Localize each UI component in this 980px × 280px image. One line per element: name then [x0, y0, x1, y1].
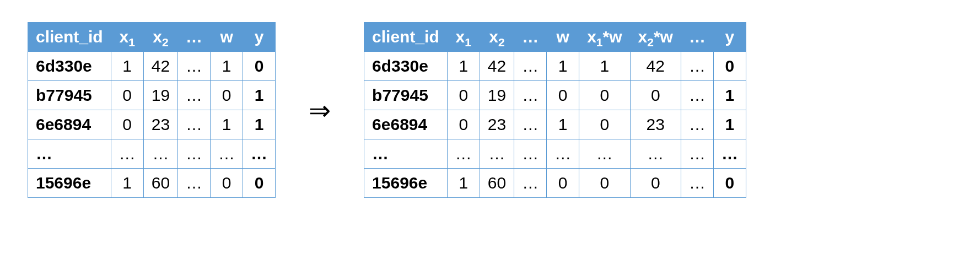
cell-x1w: 1	[579, 52, 630, 81]
input-table: client_id x1 x2 … w y 6d330e 1 42 … 1 0 …	[28, 22, 276, 198]
cell-x2: 23	[143, 110, 177, 139]
col-x2w: x2*w	[630, 23, 681, 52]
cell-dots: …	[681, 139, 713, 169]
cell-dots: …	[514, 110, 547, 139]
cell-client-id: 6e6894	[364, 110, 448, 139]
col-x1-sub: 1	[128, 36, 135, 49]
cell-x2: 42	[143, 52, 177, 81]
cell-x1: 1	[447, 52, 480, 81]
col-x2-sub: 2	[498, 36, 505, 49]
col-x2: x2	[143, 23, 177, 52]
cell-dots: …	[681, 110, 713, 139]
cell-x2w: 23	[630, 110, 681, 139]
cell-w: 0	[211, 81, 243, 110]
cell-x1: 0	[111, 110, 143, 139]
cell-x2w: 0	[630, 81, 681, 110]
col-y: y	[243, 23, 276, 52]
cell-dots: …	[178, 169, 211, 198]
cell-client-id: 6d330e	[364, 52, 448, 81]
cell-x2: 19	[143, 81, 177, 110]
col-x1-base: x	[120, 28, 129, 46]
arrow-icon: ⇒	[303, 95, 336, 126]
table-row: b77945 0 19 … 0 0 0 … 1	[364, 81, 746, 110]
col-w: w	[547, 23, 579, 52]
cell-dots: …	[681, 52, 713, 81]
col-x1-base: x	[456, 28, 465, 46]
col-x2-base: x	[489, 28, 498, 46]
cell-x2: 23	[480, 110, 514, 139]
col-x2-base: x	[153, 28, 162, 46]
cell-x1: 1	[447, 169, 480, 198]
col-client-id: client_id	[364, 23, 448, 52]
cell-dots: …	[178, 139, 211, 169]
col-x1w-sub: 1	[596, 36, 603, 49]
cell-x1: 0	[447, 110, 480, 139]
cell-w: 1	[547, 52, 579, 81]
col-dots-2: …	[681, 23, 713, 52]
cell-client-id: 15696e	[28, 169, 111, 198]
cell-x2w: 0	[630, 169, 681, 198]
cell-w: 0	[211, 169, 243, 198]
col-x1w-base: x	[587, 28, 596, 46]
col-w: w	[211, 23, 243, 52]
cell-y: 1	[243, 110, 276, 139]
cell-client-id: …	[28, 139, 111, 169]
cell-dots: …	[178, 110, 211, 139]
cell-client-id: 6d330e	[28, 52, 111, 81]
cell-x2: 42	[480, 52, 514, 81]
col-x2w-base: x	[638, 28, 648, 46]
cell-x1: 0	[111, 81, 143, 110]
cell-w: 1	[547, 110, 579, 139]
cell-x2w: 42	[630, 52, 681, 81]
cell-y: 0	[243, 169, 276, 198]
cell-w: …	[547, 139, 579, 169]
cell-client-id: 15696e	[364, 169, 448, 198]
col-x2: x2	[480, 23, 514, 52]
col-x1w: x1*w	[579, 23, 630, 52]
cell-y: 0	[713, 52, 746, 81]
col-x1-sub: 1	[465, 36, 471, 49]
cell-x1w: 0	[579, 169, 630, 198]
cell-client-id: …	[364, 139, 448, 169]
col-y: y	[713, 23, 746, 52]
cell-w: …	[211, 139, 243, 169]
cell-client-id: 6e6894	[28, 110, 111, 139]
col-x2-sub: 2	[162, 36, 169, 49]
cell-x1w: …	[579, 139, 630, 169]
cell-x1: …	[447, 139, 480, 169]
table-row: 6e6894 0 23 … 1 1	[28, 110, 276, 139]
cell-x1: 1	[111, 169, 143, 198]
table-row: 15696e 1 60 … 0 0	[28, 169, 276, 198]
cell-client-id: b77945	[364, 81, 448, 110]
cell-x2w: …	[630, 139, 681, 169]
cell-x2: 60	[480, 169, 514, 198]
table-row: b77945 0 19 … 0 1	[28, 81, 276, 110]
table-row: 6e6894 0 23 … 1 0 23 … 1	[364, 110, 746, 139]
col-dots-1: …	[514, 23, 547, 52]
output-table: client_id x1 x2 … w x1*w x2*w … y 6d330e…	[364, 22, 746, 198]
cell-dots: …	[681, 81, 713, 110]
cell-y: …	[243, 139, 276, 169]
cell-dots: …	[514, 81, 547, 110]
cell-w: 0	[547, 81, 579, 110]
cell-w: 1	[211, 110, 243, 139]
cell-x1: 0	[447, 81, 480, 110]
col-x2w-sub: 2	[647, 36, 654, 49]
cell-x1w: 0	[579, 81, 630, 110]
cell-x1w: 0	[579, 110, 630, 139]
cell-dots: …	[514, 169, 547, 198]
cell-x2: …	[143, 139, 177, 169]
cell-x2: 60	[143, 169, 177, 198]
table-header-row: client_id x1 x2 … w x1*w x2*w … y	[364, 23, 746, 52]
cell-y: 1	[713, 81, 746, 110]
table-header-row: client_id x1 x2 … w y	[28, 23, 276, 52]
cell-dots: …	[178, 52, 211, 81]
diagram-wrapper: client_id x1 x2 … w y 6d330e 1 42 … 1 0 …	[28, 22, 952, 198]
cell-y: 1	[713, 110, 746, 139]
cell-dots: …	[681, 169, 713, 198]
cell-x1: 1	[111, 52, 143, 81]
cell-w: 0	[547, 169, 579, 198]
cell-y: …	[713, 139, 746, 169]
cell-dots: …	[514, 139, 547, 169]
cell-y: 0	[243, 52, 276, 81]
